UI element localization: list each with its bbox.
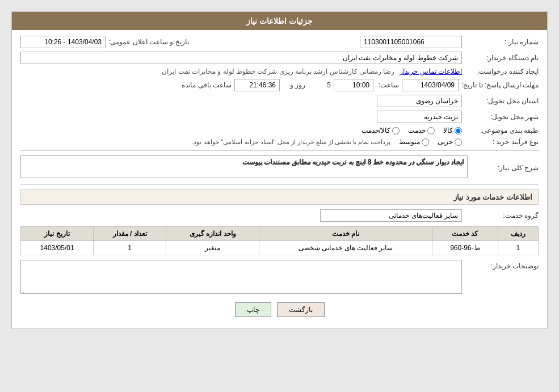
buyer-name-input[interactable] (20, 52, 462, 64)
col-quantity: تعداد / مقدار (94, 227, 166, 241)
category-label-service: خدمت (408, 127, 426, 134)
creator-link[interactable]: اطلاعات تماس خریدار (400, 68, 462, 75)
deadline-label: مهلت ارسال پاسخ: تا تاریخ: (461, 81, 539, 89)
col-date: تاریخ نیاز (21, 227, 94, 241)
divider-1 (20, 150, 539, 151)
row-service-group: گروه خدمت: (20, 209, 539, 222)
cell-quantity: 1 (94, 241, 166, 255)
province-label: استان محل تحویل: (465, 97, 539, 105)
category-radio-kala[interactable] (455, 127, 462, 134)
service-group-input[interactable] (320, 209, 462, 222)
creator-name: رضا رمضانی کارشناس ارشد برنامه ریزی شرکت… (162, 68, 394, 75)
buyer-name-label: نام دستگاه خریدار: (465, 54, 539, 62)
cell-unit: متغیر (166, 241, 259, 255)
print-button[interactable]: چاپ (235, 302, 271, 317)
buyer-notes-textarea[interactable] (20, 260, 462, 294)
category-label: طبقه بندی موضوعی: (465, 127, 539, 134)
category-option-kala[interactable]: کالا (443, 127, 462, 134)
category-radio-both[interactable] (392, 127, 400, 134)
need-description-label: شرح کلی نیاز: (470, 164, 539, 172)
row-need-description: شرح کلی نیاز: ایجاد دیوار سنگی در محدوده… (20, 155, 539, 180)
footer-buttons: بازگشت چاپ (20, 302, 539, 317)
row-province: استان محل تحویل: (20, 95, 539, 107)
deadline-day-label: روز و (283, 81, 305, 89)
row-deadline: مهلت ارسال پاسخ: تا تاریخ: ساعت: 5 روز و… (20, 79, 539, 91)
resize-icon: ⌟ (22, 288, 24, 294)
purchase-type-option-jozii[interactable]: جزیی (438, 138, 462, 146)
col-unit: واحد اندازه گیری (166, 227, 259, 241)
category-radio-service[interactable] (427, 127, 435, 134)
divider-2 (20, 184, 539, 185)
category-option-service[interactable]: خدمت (408, 127, 435, 134)
category-option-both[interactable]: کالا/خدمت (362, 127, 400, 134)
page-title: جزئیات اطلاعات نیاز (246, 16, 313, 26)
back-button[interactable]: بازگشت (277, 302, 325, 317)
purchase-type-option-mota[interactable]: متوسط (399, 138, 429, 146)
cell-date: 1403/05/01 (21, 241, 94, 255)
category-label-kala: کالا (443, 127, 453, 134)
province-input[interactable] (377, 95, 462, 107)
services-section-title: اطلاعات خدمات مورد نیاز (20, 189, 539, 205)
city-label: شهر محل تحویل: (465, 113, 539, 121)
need-number-label: شماره نیاز : (465, 38, 539, 46)
purchase-type-radio-jozii[interactable] (455, 138, 462, 146)
row-need-number: شماره نیاز : تاریخ و ساعت اعلان عمومی: (20, 36, 539, 48)
content-area: شماره نیاز : تاریخ و ساعت اعلان عمومی: ن… (12, 30, 547, 328)
cell-row-num: 1 (498, 241, 538, 255)
cell-service-code: ط-96-960 (432, 241, 498, 255)
deadline-days-num: 5 (308, 81, 331, 89)
announce-datetime-label: تاریخ و ساعت اعلان عمومی: (108, 38, 189, 46)
row-creator: ایجاد کننده درخواست: اطلاعات تماس خریدار… (20, 68, 539, 75)
services-table: ردیف کد خدمت نام خدمت واحد اندازه گیری ت… (20, 226, 539, 255)
need-description-textarea[interactable] (20, 155, 468, 178)
col-row-num: ردیف (498, 227, 538, 241)
purchase-type-radio-group: جزیی متوسط (399, 138, 462, 146)
page-header: جزئیات اطلاعات نیاز (12, 12, 547, 30)
purchase-type-label: نوع فرآیند خرید : (465, 138, 539, 146)
purchase-type-radio-mota[interactable] (422, 138, 429, 146)
deadline-date-input[interactable] (402, 79, 459, 91)
need-number-input[interactable] (360, 36, 462, 48)
col-service-code: کد خدمت (432, 227, 498, 241)
col-service-name: نام خدمت (259, 227, 432, 241)
cell-service-name: سایر فعالیت های خدماتی شخصی (259, 241, 432, 255)
deadline-remaining-label: ساعت باقی مانده (180, 81, 232, 89)
service-group-label: گروه خدمت: (465, 212, 539, 220)
buyer-notes-label: توضیحات خریدار: (465, 260, 539, 270)
row-category: طبقه بندی موضوعی: کالا خدمت کالا/خدمت (20, 127, 539, 134)
announce-datetime-input[interactable] (20, 36, 106, 48)
purchase-type-label-jozii: جزیی (438, 138, 453, 146)
deadline-remaining-input[interactable] (234, 79, 280, 91)
row-buyer-name: نام دستگاه خریدار: (20, 52, 539, 64)
deadline-time-input[interactable] (334, 79, 373, 91)
category-radio-group: کالا خدمت کالا/خدمت (362, 127, 462, 134)
category-label-both: کالا/خدمت (362, 127, 390, 134)
page-container: جزئیات اطلاعات نیاز شماره نیاز : تاریخ و… (11, 11, 548, 329)
services-table-section: ردیف کد خدمت نام خدمت واحد اندازه گیری ت… (20, 226, 539, 255)
city-input[interactable] (377, 111, 462, 123)
row-buyer-notes: توضیحات خریدار: ⌟ (20, 260, 539, 296)
creator-label: ایجاد کننده درخواست: (465, 68, 539, 75)
purchase-type-label-mota: متوسط (399, 138, 420, 146)
purchase-type-note: پرداخت تمام یا بخشی از مبلغ خریدار از مح… (192, 138, 390, 146)
row-purchase-type: نوع فرآیند خرید : جزیی متوسط پرداخت تمام… (20, 138, 539, 146)
row-city: شهر محل تحویل: (20, 111, 539, 123)
deadline-time-label: ساعت: (376, 81, 399, 89)
table-row: 1 ط-96-960 سایر فعالیت های خدماتی شخصی م… (21, 241, 539, 255)
table-header-row: ردیف کد خدمت نام خدمت واحد اندازه گیری ت… (21, 227, 539, 241)
